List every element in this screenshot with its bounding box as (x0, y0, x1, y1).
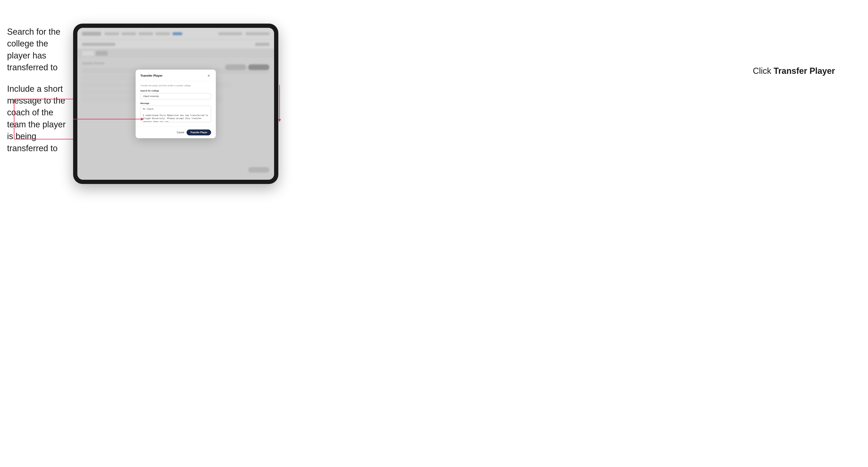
modal-footer: Cancel Transfer Player (135, 126, 216, 138)
search-college-input[interactable] (140, 93, 211, 99)
annotation-search-text: Search for the college the player has tr… (7, 26, 71, 73)
tablet-device: Update Roster Transfer Player ✕ (73, 24, 278, 184)
annotation-click-text: Click (753, 66, 774, 76)
modal-header: Transfer Player ✕ (135, 69, 216, 81)
modal-dialog: Transfer Player ✕ Transfer the player an… (135, 69, 216, 138)
annotation-message-text: Include a short message to the coach of … (7, 83, 71, 154)
svg-marker-6 (278, 119, 281, 122)
annotation-transfer-bold: Transfer Player (774, 66, 835, 76)
modal-title: Transfer Player (140, 74, 162, 77)
tablet-screen: Update Roster Transfer Player ✕ (78, 28, 274, 180)
transfer-player-button[interactable]: Transfer Player (187, 129, 211, 135)
modal-description: Transfer the player and their profile to… (140, 85, 211, 87)
search-college-label: Search for College (140, 90, 211, 92)
annotation-right: Click Transfer Player (753, 66, 835, 76)
modal-body: Transfer the player and their profile to… (135, 81, 216, 126)
message-label: Message (140, 102, 211, 104)
modal-close-button[interactable]: ✕ (206, 73, 211, 78)
message-textarea[interactable]: Hi Coach, I understand Chris Robertson h… (140, 106, 211, 122)
annotation-left: Search for the college the player has tr… (7, 26, 71, 164)
modal-overlay: Transfer Player ✕ Transfer the player an… (78, 28, 274, 180)
cancel-button[interactable]: Cancel (177, 131, 184, 134)
